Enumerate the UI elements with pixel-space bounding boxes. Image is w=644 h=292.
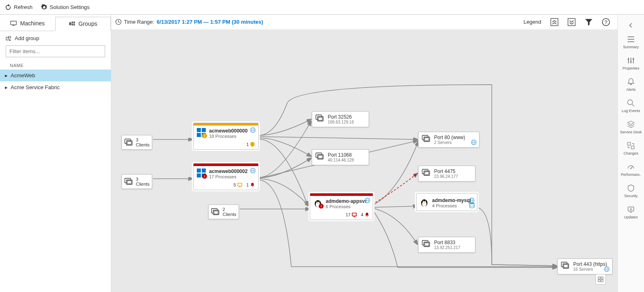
rail-label: Performanc. <box>621 173 641 177</box>
warn-alert-badge: 17 <box>346 212 357 217</box>
chevron-right-icon: ▸ <box>5 84 8 90</box>
tab-groups[interactable]: Groups <box>55 17 111 31</box>
rail-label: Log Events <box>621 109 640 113</box>
port-title: Port 80 (www) <box>434 135 465 140</box>
collapse-all-button[interactable] <box>567 18 576 26</box>
rail-alerts[interactable]: Alerts <box>618 75 644 96</box>
rail-label: Updates <box>624 215 638 219</box>
svg-rect-18 <box>69 22 71 25</box>
solution-settings-label: Solution Settings <box>50 4 90 10</box>
rail-label: Summary <box>623 45 639 49</box>
port-node-8833[interactable]: Port 883313.92.251.217 <box>418 237 475 253</box>
rail-label: Security <box>624 194 638 198</box>
properties-icon <box>627 56 635 65</box>
machine-node-acmeweb000000[interactable]: ! acmeweb000000 18 Processes 1 <box>193 123 259 150</box>
client-node-3[interactable]: 2 Clients <box>208 204 239 219</box>
port-node-11068[interactable]: Port 1106840.114.46.128 <box>312 149 369 165</box>
stack-icon <box>124 177 133 186</box>
port-node-443[interactable]: Port 443 (https)16 Servers <box>557 258 612 274</box>
client-label: 3 Clients <box>136 137 150 147</box>
globe-icon <box>250 127 256 133</box>
svg-point-60 <box>630 168 632 169</box>
monitor-icon <box>10 20 17 26</box>
svg-point-52 <box>628 58 629 60</box>
help-button[interactable]: ? <box>602 18 610 26</box>
time-range-selector[interactable]: Time Range: 6/13/2017 1:27 PM — 1:57 PM … <box>111 15 524 29</box>
fit-to-screen-button[interactable] <box>595 274 606 285</box>
stack-icon <box>422 168 431 177</box>
service-desk-icon <box>627 120 635 128</box>
database-icon <box>469 202 475 208</box>
rail-summary[interactable]: Summary <box>618 33 644 53</box>
stack-icon <box>315 114 324 122</box>
machine-name: acmeweb000002 <box>209 168 248 174</box>
rail-security[interactable]: Security <box>618 182 644 202</box>
gear-icon <box>41 4 47 11</box>
changes-icon <box>627 142 635 150</box>
filter-input[interactable] <box>9 48 101 54</box>
filter-button[interactable] <box>585 18 593 26</box>
client-node-1[interactable]: 3 Clients <box>122 135 152 150</box>
rail-properties[interactable]: Properties <box>618 54 644 74</box>
rail-updates[interactable]: Updates <box>618 203 644 223</box>
sidebar-item-acmeweb[interactable]: ▸ AcmeWeb <box>0 70 111 81</box>
rail-log-events[interactable]: Log Events <box>618 97 644 117</box>
rail-label: Service Desk <box>620 130 642 134</box>
svg-rect-22 <box>73 24 75 25</box>
rail-service-desk[interactable]: Service Desk <box>618 118 644 138</box>
chevron-double-up-icon <box>550 18 558 26</box>
expand-all-button[interactable] <box>550 18 558 26</box>
groups-icon <box>69 21 75 27</box>
stack-icon <box>561 261 570 270</box>
linux-icon: ! <box>313 198 322 207</box>
machine-processes: 4 Processes <box>432 203 471 208</box>
stack-icon <box>422 135 431 143</box>
svg-text:?: ? <box>605 20 608 25</box>
port-node-80[interactable]: Port 80 (www)2 Servers <box>418 132 480 148</box>
svg-point-55 <box>628 100 633 105</box>
rail-performance[interactable]: Performanc. <box>618 160 644 181</box>
svg-point-41 <box>470 202 474 204</box>
svg-rect-58 <box>631 146 634 149</box>
machine-node-admdemo-mysql[interactable]: admdemo-mysql 4 Processes <box>416 193 477 211</box>
client-node-2[interactable]: 3 Clients <box>122 174 152 189</box>
solution-settings-button[interactable]: Solution Settings <box>41 4 90 11</box>
rail-changes[interactable]: Changes <box>618 139 644 159</box>
name-column-header: NAME <box>0 61 111 70</box>
clock-icon <box>115 19 122 25</box>
summary-icon <box>627 35 635 43</box>
add-group-button[interactable]: Add group <box>0 31 111 45</box>
bell-icon <box>250 182 255 187</box>
time-range-label: Time Range: <box>124 19 154 25</box>
shield-icon <box>250 142 255 147</box>
stack-icon <box>124 138 133 146</box>
svg-rect-30 <box>551 18 558 26</box>
port-sub: 13.92.251.217 <box>434 245 460 250</box>
time-range-value: 6/13/2017 1:27 PM — 1:57 PM (30 minutes) <box>157 19 263 25</box>
critical-alert-badge: 1 <box>246 182 255 187</box>
port-title: Port 8833 <box>434 240 460 245</box>
windows-icon: ! <box>197 128 206 137</box>
machine-node-acmeweb000002[interactable]: ! acmeweb000002 17 Processes 5 1 <box>193 163 259 190</box>
refresh-button[interactable]: Refresh <box>5 4 33 11</box>
legend-button[interactable]: Legend <box>524 19 541 25</box>
tab-machines[interactable]: Machines <box>0 16 55 31</box>
add-group-icon <box>6 36 11 41</box>
machine-node-admdemo-appsvr[interactable]: ! admdemo-appsvr 6 Processes 17 4 <box>310 193 373 220</box>
port-node-4475[interactable]: Port 447523.96.24.177 <box>418 166 475 182</box>
svg-rect-37 <box>238 183 242 186</box>
sidebar-item-acme-service-fabric[interactable]: ▸ Acme Service Fabric <box>0 81 111 93</box>
gauge-icon <box>627 163 635 171</box>
search-icon <box>627 99 635 107</box>
port-node-32526[interactable]: Port 32526168.63.129.16 <box>312 111 369 127</box>
rail-label: Properties <box>622 66 639 70</box>
svg-rect-24 <box>9 36 11 38</box>
chevron-left-icon <box>629 22 633 28</box>
svg-line-56 <box>632 104 634 106</box>
svg-rect-43 <box>601 277 603 279</box>
rail-collapse-button[interactable] <box>618 19 644 32</box>
client-label: 3 Clients <box>136 177 150 186</box>
add-group-label: Add group <box>15 35 39 41</box>
client-label: 2 Clients <box>223 207 236 217</box>
machine-name: admdemo-appsvr <box>326 198 367 204</box>
